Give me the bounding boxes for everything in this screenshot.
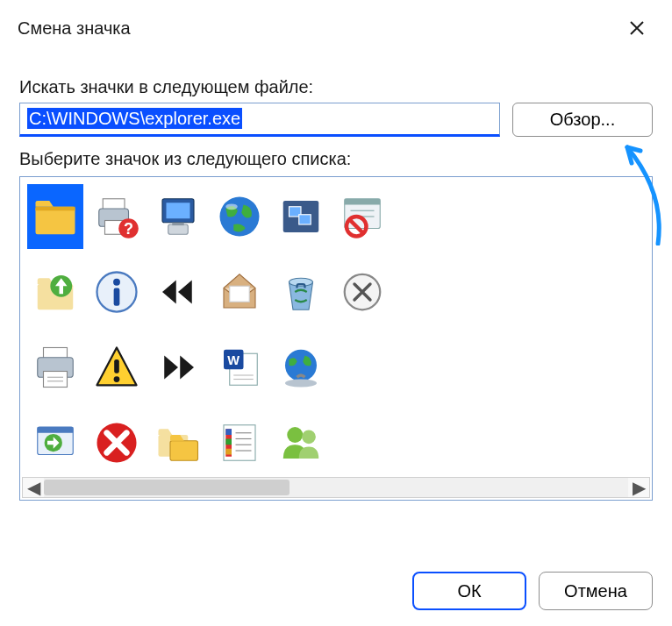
windows-tile-icon[interactable]	[273, 184, 329, 249]
path-input[interactable]: C:\WINDOWS\explorer.exe	[19, 103, 500, 137]
svg-rect-54	[225, 449, 232, 455]
info-icon[interactable]	[89, 260, 145, 324]
rewind-icon[interactable]	[150, 260, 206, 324]
svg-point-43	[285, 380, 317, 388]
svg-text:W: W	[227, 353, 239, 367]
envelope-open-icon[interactable]	[211, 260, 268, 324]
svg-point-12	[225, 203, 238, 210]
printer-icon[interactable]	[27, 335, 83, 400]
path-selected-text: C:\WINDOWS\explorer.exe	[27, 108, 242, 129]
icon-list: ?W ◀ ▶	[19, 176, 653, 501]
svg-rect-9	[168, 224, 189, 234]
close-button[interactable]	[618, 9, 656, 47]
word-doc-icon[interactable]: W	[211, 335, 268, 400]
computer-icon[interactable]	[150, 184, 206, 249]
close-circle-icon[interactable]	[334, 260, 390, 324]
printer-help-icon[interactable]: ?	[89, 184, 145, 249]
warning-icon[interactable]	[89, 335, 145, 400]
svg-rect-17	[345, 199, 381, 205]
svg-rect-1	[36, 207, 75, 211]
svg-rect-26	[114, 288, 120, 306]
list-column-icon[interactable]	[211, 410, 268, 475]
svg-point-25	[113, 279, 120, 286]
cancel-button[interactable]: Отмена	[539, 572, 653, 610]
globe-icon[interactable]	[211, 184, 268, 249]
search-label: Искать значки в следующем файле:	[19, 77, 653, 97]
svg-rect-45	[38, 427, 74, 433]
close-icon	[628, 19, 646, 37]
placeholder-empty	[334, 335, 390, 400]
svg-rect-35	[114, 359, 119, 373]
svg-point-59	[287, 427, 303, 443]
globe-network-icon[interactable]	[273, 335, 329, 400]
scroll-left-arrow[interactable]: ◀	[23, 478, 44, 497]
browse-button[interactable]: Обзор...	[512, 103, 653, 137]
svg-text:?: ?	[124, 220, 133, 238]
scroll-track[interactable]	[44, 478, 628, 497]
horizontal-scrollbar[interactable]: ◀ ▶	[22, 477, 650, 498]
error-icon[interactable]	[89, 410, 145, 475]
svg-rect-27	[230, 286, 250, 302]
window-blocked-icon[interactable]	[334, 184, 390, 249]
placeholder-empty	[334, 410, 390, 475]
svg-rect-15	[299, 215, 311, 224]
window-arrow-icon[interactable]	[27, 410, 83, 475]
svg-rect-0	[36, 207, 75, 235]
people-icon[interactable]	[273, 410, 329, 475]
select-label: Выберите значок из следующего списка:	[19, 149, 653, 169]
svg-rect-49	[170, 441, 198, 461]
svg-point-36	[114, 376, 120, 382]
forward-icon[interactable]	[150, 335, 206, 400]
recycle-bin-icon[interactable]	[273, 260, 329, 324]
ok-button[interactable]: ОК	[412, 572, 526, 610]
svg-rect-32	[44, 372, 68, 388]
folder-copy-icon[interactable]	[150, 410, 206, 475]
folder-icon[interactable]	[27, 184, 83, 249]
svg-point-60	[302, 430, 316, 444]
svg-rect-52	[225, 429, 232, 435]
svg-rect-53	[225, 439, 232, 445]
dialog-title: Смена значка	[18, 18, 131, 39]
scroll-thumb[interactable]	[44, 480, 290, 495]
svg-rect-10	[172, 223, 184, 225]
folder-up-icon[interactable]	[27, 260, 83, 324]
scroll-right-arrow[interactable]: ▶	[628, 478, 649, 497]
svg-rect-8	[167, 203, 190, 218]
